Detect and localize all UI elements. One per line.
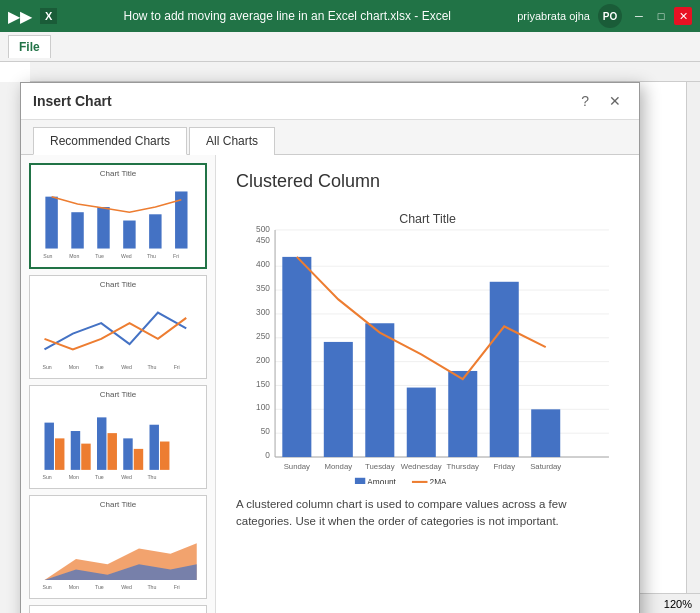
chart-thumb-clustered-column[interactable]: Chart Title Sun Mon Tue <box>29 163 207 269</box>
chart-thumbnail-list: Chart Title Sun Mon Tue <box>21 155 216 613</box>
svg-text:500: 500 <box>256 224 270 234</box>
svg-text:Chart Title: Chart Title <box>399 212 456 226</box>
selected-chart-name: Clustered Column <box>236 171 619 192</box>
svg-rect-26 <box>150 425 159 470</box>
svg-text:0: 0 <box>265 450 270 460</box>
svg-text:Wed: Wed <box>121 474 132 480</box>
svg-text:Wed: Wed <box>121 584 132 590</box>
svg-text:Thu: Thu <box>147 474 156 480</box>
svg-rect-83 <box>448 371 477 457</box>
chart-thumb-multi-column[interactable]: Chart Title Sun Mon Tue <box>29 385 207 489</box>
svg-rect-25 <box>134 449 143 470</box>
svg-rect-85 <box>531 409 560 457</box>
svg-text:Tue: Tue <box>95 474 104 480</box>
chart-thumb-area[interactable]: Chart Title Sun Mon Tue Wed Thu Fri <box>29 495 207 599</box>
tab-all-charts[interactable]: All Charts <box>189 127 275 155</box>
title-bar-left: ▶▶ X <box>8 7 57 26</box>
svg-text:200: 200 <box>256 355 270 365</box>
svg-rect-4 <box>149 214 161 248</box>
svg-rect-23 <box>108 433 117 470</box>
maximize-button[interactable]: □ <box>652 7 670 25</box>
thumb4-chart: Sun Mon Tue Wed Thu Fri <box>34 511 202 591</box>
title-bar: ▶▶ X How to add moving average line in a… <box>0 0 700 32</box>
svg-rect-1 <box>71 212 83 248</box>
svg-rect-22 <box>97 417 106 470</box>
dialog-overlay: Insert Chart ? ✕ Recommended Charts All … <box>0 62 700 613</box>
dialog-help-button[interactable]: ? <box>575 91 595 111</box>
svg-rect-2 <box>97 207 109 249</box>
chart-thumb-line[interactable]: Chart Title Sun Mon Tue Wed Thu Fri <box>29 275 207 379</box>
svg-text:Tue: Tue <box>95 364 104 370</box>
svg-text:Wed: Wed <box>121 364 132 370</box>
chart-thumb-scatter[interactable]: Amount 2MA <box>29 605 207 613</box>
dialog-titlebar: Insert Chart ? ✕ <box>21 83 639 120</box>
svg-text:Sun: Sun <box>42 584 51 590</box>
insert-chart-dialog: Insert Chart ? ✕ Recommended Charts All … <box>20 82 640 613</box>
svg-text:100: 100 <box>256 402 270 412</box>
minimize-button[interactable]: ─ <box>630 7 648 25</box>
svg-text:400: 400 <box>256 259 270 269</box>
thumb3-title: Chart Title <box>34 390 202 399</box>
svg-text:Thursday: Thursday <box>447 462 479 471</box>
svg-text:Amount: Amount <box>367 477 396 484</box>
svg-text:Friday: Friday <box>493 462 515 471</box>
file-tab[interactable]: File <box>8 35 51 58</box>
close-button[interactable]: ✕ <box>674 7 692 25</box>
dialog-close-button[interactable]: ✕ <box>603 91 627 111</box>
svg-rect-21 <box>81 444 90 470</box>
svg-rect-19 <box>55 438 64 470</box>
svg-rect-80 <box>324 342 353 457</box>
svg-rect-82 <box>407 388 436 457</box>
svg-text:Mon: Mon <box>69 474 79 480</box>
svg-rect-3 <box>123 221 135 249</box>
svg-rect-0 <box>45 197 57 249</box>
svg-text:Sun: Sun <box>42 364 51 370</box>
svg-text:Mon: Mon <box>69 253 79 259</box>
svg-text:Sun: Sun <box>42 474 51 480</box>
svg-text:300: 300 <box>256 307 270 317</box>
thumb2-chart: Sun Mon Tue Wed Thu Fri <box>34 291 202 371</box>
svg-text:Tue: Tue <box>95 253 104 259</box>
svg-rect-81 <box>365 323 394 457</box>
svg-text:450: 450 <box>256 235 270 245</box>
chart-preview: Chart Title 0 50 100 150 200 250 300 350… <box>236 204 619 484</box>
svg-text:Fri: Fri <box>174 584 180 590</box>
thumb4-title: Chart Title <box>34 500 202 509</box>
svg-text:2MA: 2MA <box>430 477 448 484</box>
svg-text:Tuesday: Tuesday <box>365 462 395 471</box>
svg-text:Mon: Mon <box>69 584 79 590</box>
excel-icon: X <box>40 8 57 24</box>
svg-text:Sun: Sun <box>43 253 52 259</box>
excel-ribbon: File <box>0 32 700 62</box>
chart-description: A clustered column chart is used to comp… <box>236 496 619 531</box>
svg-text:Thu: Thu <box>147 364 156 370</box>
user-avatar[interactable]: PO <box>598 4 622 28</box>
window-controls: ─ □ ✕ <box>630 7 692 25</box>
svg-text:350: 350 <box>256 283 270 293</box>
chart-tabs-bar: Recommended Charts All Charts <box>21 120 639 155</box>
svg-rect-20 <box>71 431 80 470</box>
svg-text:Fri: Fri <box>173 253 179 259</box>
svg-text:250: 250 <box>256 331 270 341</box>
svg-text:Wednesday: Wednesday <box>401 462 442 471</box>
dialog-controls: ? ✕ <box>575 91 627 111</box>
thumb1-title: Chart Title <box>35 169 201 178</box>
tab-recommended[interactable]: Recommended Charts <box>33 127 187 155</box>
preview-chart-svg: Chart Title 0 50 100 150 200 250 300 350… <box>236 204 619 484</box>
svg-text:Wed: Wed <box>121 253 132 259</box>
chart-detail-panel: Clustered Column Chart Title 0 50 100 15… <box>216 155 639 613</box>
svg-rect-27 <box>160 442 169 470</box>
svg-text:50: 50 <box>261 426 271 436</box>
thumb2-title: Chart Title <box>34 280 202 289</box>
svg-text:Sunday: Sunday <box>284 462 310 471</box>
svg-text:Fri: Fri <box>174 364 180 370</box>
thumb3-chart: Sun Mon Tue Wed Thu <box>34 401 202 481</box>
svg-text:Thu: Thu <box>147 584 156 590</box>
svg-rect-24 <box>123 438 132 470</box>
excel-logo: ▶▶ <box>8 7 32 26</box>
svg-text:Tue: Tue <box>95 584 104 590</box>
svg-text:150: 150 <box>256 379 270 389</box>
svg-rect-79 <box>282 257 311 457</box>
svg-rect-84 <box>490 282 519 457</box>
svg-text:Mon: Mon <box>69 364 79 370</box>
